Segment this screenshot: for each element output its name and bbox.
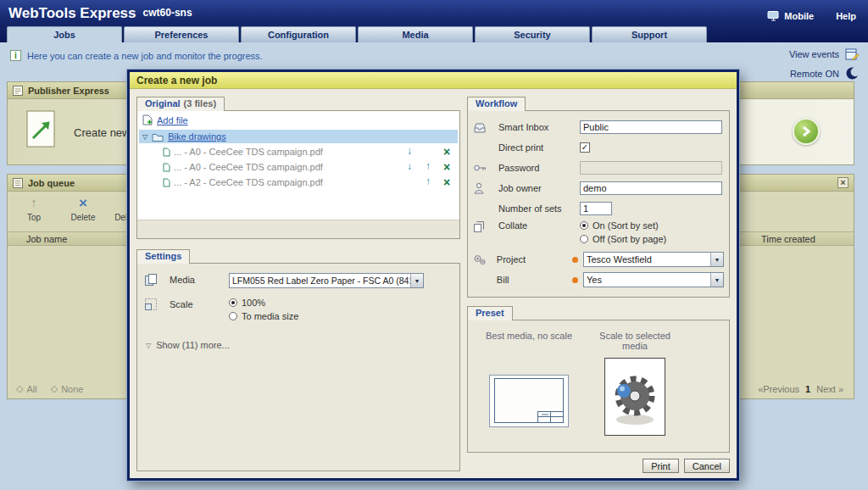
close-icon[interactable] — [837, 177, 849, 188]
create-job-dialog: Create a new job Original(3 files) Add f… — [127, 70, 739, 481]
gear-image — [605, 359, 665, 435]
radio-selected-icon — [229, 298, 237, 307]
pagination: «Previous 1 Next » — [758, 384, 843, 394]
file-row[interactable]: ... - A0 - CeeCee TDS campaign.pdf — [137, 144, 459, 159]
go-button[interactable] — [793, 118, 820, 145]
show-more-link[interactable]: Show (11) more... — [146, 340, 459, 350]
job-owner-row: Job owner — [473, 178, 724, 198]
smart-inbox-input[interactable] — [580, 120, 722, 134]
dropdown-arrow-icon[interactable] — [410, 274, 423, 287]
collate-row: Collate On (Sort by set) Off (Sort by pa… — [473, 219, 724, 249]
dropdown-arrow-icon[interactable] — [710, 253, 723, 266]
tab-preset[interactable]: Preset — [467, 306, 513, 320]
preset-best-label[interactable]: Best media, no scale — [481, 331, 576, 341]
file-name: ... - A2 - CeeCee TDS campaign.pdf — [174, 177, 323, 187]
remove-file-icon[interactable] — [437, 145, 456, 159]
delete-button[interactable]: Delete — [62, 195, 104, 228]
remote-label: Remote ON — [790, 69, 839, 79]
project-value: Tesco Westfield — [584, 254, 710, 264]
move-up-icon[interactable] — [419, 175, 437, 189]
preset-scale-thumbnail[interactable] — [604, 358, 665, 436]
folder-link[interactable]: Bike drawings — [168, 131, 225, 142]
smart-inbox-icon — [473, 121, 487, 133]
app-header: WebTools Expresscwt60-sns Mobile Help Jo… — [0, 0, 868, 42]
select-all-link[interactable]: All — [16, 383, 37, 394]
remote-toggle[interactable]: Remote ON — [789, 64, 860, 83]
dialog-buttons: Print Cancel — [643, 459, 730, 473]
app-title-row: WebTools Expresscwt60-sns — [8, 5, 192, 22]
number-of-sets-label: Number of sets — [498, 203, 580, 214]
password-label: Password — [498, 163, 580, 173]
create-job-icon[interactable] — [25, 109, 64, 148]
move-down-icon[interactable] — [400, 160, 419, 174]
collate-off-radio[interactable]: Off (Sort by page) — [580, 234, 724, 244]
number-of-sets-input[interactable] — [580, 202, 612, 215]
job-owner-input[interactable] — [580, 181, 722, 195]
select-none-label: None — [61, 384, 83, 394]
tab-original[interactable]: Original(3 files) — [136, 97, 225, 111]
tab-preferences[interactable]: Preferences — [124, 26, 239, 42]
mobile-icon — [767, 10, 780, 21]
scale-100-radio[interactable]: 100% — [229, 298, 298, 308]
media-select[interactable]: LFM055 Red Label Zero Paper - FSC A0 (84… — [229, 273, 424, 288]
select-none-link[interactable]: None — [51, 383, 84, 394]
next-page-link[interactable]: Next » — [816, 384, 843, 394]
add-file-link[interactable]: Add file — [157, 115, 188, 125]
main-tabs: Jobs Preferences Configuration Media Sec… — [7, 26, 707, 42]
preset-scale-label[interactable]: Scale to selected media — [595, 331, 675, 351]
password-row: Password — [473, 158, 724, 178]
dropdown-arrow-icon[interactable] — [710, 273, 723, 287]
workflow-tab-label: Workflow — [476, 98, 517, 109]
top-button[interactable]: Top — [13, 195, 55, 228]
move-down-icon[interactable] — [400, 145, 419, 159]
smart-inbox-label: Smart Inbox — [498, 122, 580, 132]
tab-support[interactable]: Support — [592, 26, 707, 42]
file-row[interactable]: ... - A0 - CeeCee TDS campaign.pdf — [137, 159, 459, 175]
folder-row[interactable]: Bike drawings — [139, 130, 458, 143]
preset-best-thumbnail[interactable] — [489, 375, 569, 427]
select-none-icon — [51, 383, 58, 394]
media-icon — [144, 273, 158, 287]
tab-media[interactable]: Media — [358, 26, 473, 42]
preset-tab-label: Preset — [476, 308, 504, 318]
scale-icon — [144, 298, 158, 311]
previous-page-link[interactable]: «Previous — [758, 384, 799, 394]
tab-jobs[interactable]: Jobs — [7, 26, 122, 42]
delete-icon — [62, 195, 104, 213]
file-name: ... - A0 - CeeCee TDS campaign.pdf — [174, 147, 323, 157]
scale-to-media-radio[interactable]: To media size — [229, 311, 298, 321]
remove-file-icon[interactable] — [437, 160, 456, 174]
view-events-link[interactable]: View events — [789, 44, 860, 64]
collapse-icon[interactable] — [142, 133, 147, 141]
tab-security[interactable]: Security — [475, 26, 590, 42]
collate-label: Collate — [498, 220, 580, 231]
tab-settings[interactable]: Settings — [136, 249, 190, 264]
app-title: WebTools Express — [8, 5, 136, 21]
media-row: Media LFM055 Red Label Zero Paper - FSC … — [137, 264, 459, 288]
tab-configuration[interactable]: Configuration — [241, 26, 356, 42]
bill-label: Bill — [497, 275, 572, 285]
direct-print-checkbox[interactable] — [580, 142, 590, 153]
info-message: Here you can create a new job and monito… — [27, 51, 263, 61]
file-row[interactable]: ... - A2 - CeeCee TDS campaign.pdf — [137, 175, 459, 190]
column-job-name[interactable]: Job name — [26, 234, 67, 244]
column-time-created[interactable]: Time created — [761, 234, 815, 244]
device-name: cwt60-sns — [143, 7, 192, 19]
remove-file-icon[interactable] — [437, 175, 456, 189]
add-file-row: Add file — [137, 111, 459, 129]
mobile-link[interactable]: Mobile — [767, 10, 814, 21]
project-icon — [473, 253, 487, 265]
move-up-icon[interactable] — [419, 160, 437, 174]
tab-workflow[interactable]: Workflow — [467, 97, 526, 111]
job-queue-icon — [13, 178, 23, 188]
smart-inbox-row: Smart Inbox — [473, 117, 724, 137]
bill-select[interactable]: Yes — [583, 272, 724, 287]
collate-on-radio[interactable]: On (Sort by set) — [580, 220, 724, 231]
print-button[interactable]: Print — [643, 459, 679, 473]
cancel-button[interactable]: Cancel — [684, 459, 730, 473]
project-select[interactable]: Tesco Westfield — [583, 252, 724, 267]
help-link[interactable]: Help — [836, 11, 856, 21]
direct-print-row: Direct print — [473, 137, 724, 158]
view-events-label: View events — [789, 49, 839, 59]
chevron-right-icon — [799, 125, 813, 138]
